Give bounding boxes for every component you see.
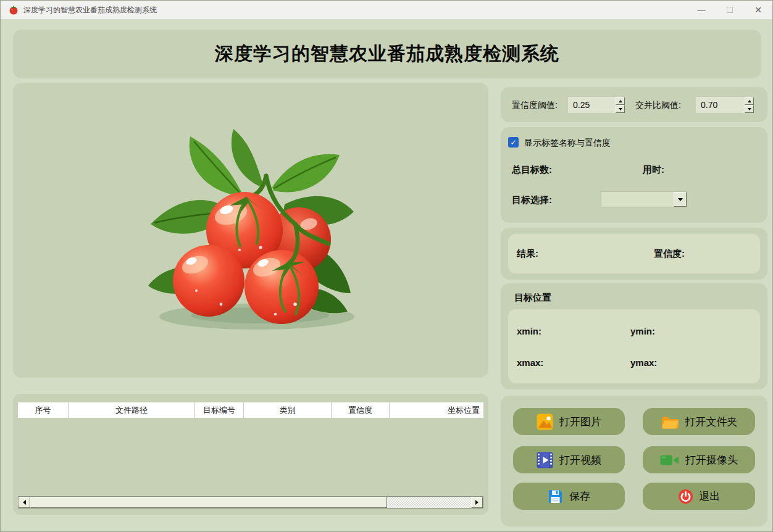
options-panel: ✓ 显示标签名称与置信度 总目标数: 用时: 目标选择: [501, 127, 767, 223]
thresholds-panel: 置信度阈值: 0.25 交并比阈值: 0.70 [501, 87, 767, 122]
window-title: 深度学习的智慧农业番茄成熟度检测系统 [23, 5, 157, 15]
target-select-dropdown[interactable] [601, 191, 687, 207]
target-select-value [601, 192, 674, 207]
target-select-label: 目标选择: [512, 194, 552, 206]
open-image-label: 打开图片 [559, 415, 601, 429]
chevron-down-icon [678, 198, 683, 201]
tomato-app-icon [9, 5, 19, 15]
horizontal-scrollbar[interactable] [18, 496, 483, 509]
confidence-spin-down-button[interactable] [616, 105, 625, 113]
xmin-label: xmin: [517, 326, 541, 336]
time-used-label: 用时: [643, 164, 664, 176]
scroll-left-button[interactable] [19, 497, 30, 508]
confidence-threshold-value[interactable]: 0.25 [568, 100, 616, 110]
save-icon [548, 489, 563, 504]
iou-spin-down-button[interactable] [745, 105, 754, 113]
col-header-target-id[interactable]: 目标编号 [195, 402, 244, 418]
result-panel: 结果: 置信度: [501, 228, 767, 280]
actions-panel: 打开图片 打开文件夹 [501, 396, 767, 526]
ymax-label: ymax: [630, 357, 657, 368]
image-icon [537, 414, 553, 430]
total-targets-label: 总目标数: [512, 164, 552, 176]
result-label: 结果: [517, 248, 538, 260]
scrollbar-track[interactable] [30, 497, 471, 508]
tomato-illustration [140, 119, 362, 341]
close-icon: ✕ [754, 5, 762, 15]
col-header-filepath[interactable]: 文件路径 [69, 402, 195, 418]
iou-threshold-label: 交并比阈值: [635, 100, 681, 111]
spin-down-icon [748, 108, 751, 110]
spin-up-icon [748, 100, 751, 102]
save-label: 保存 [569, 489, 590, 504]
titlebar: 深度学习的智慧农业番茄成熟度检测系统 — ✕ [1, 1, 772, 19]
open-folder-button[interactable]: 打开文件夹 [643, 408, 755, 435]
table-header-row: 序号 文件路径 目标编号 类别 置信度 坐标位置 [18, 402, 483, 418]
app-window: 深度学习的智慧农业番茄成熟度检测系统 — ✕ 深度学习的智慧农业番茄成熟度检测系… [0, 0, 773, 532]
detection-table: 序号 文件路径 目标编号 类别 置信度 坐标位置 [18, 402, 483, 496]
open-video-label: 打开视频 [559, 453, 601, 467]
maximize-icon [727, 7, 733, 13]
open-camera-button[interactable]: 打开摄像头 [643, 446, 755, 473]
show-labels-checkbox[interactable]: ✓ [508, 137, 519, 148]
open-image-button[interactable]: 打开图片 [513, 408, 625, 435]
folder-icon [661, 414, 679, 430]
close-button[interactable]: ✕ [744, 1, 772, 19]
iou-threshold-spinner[interactable]: 0.70 [696, 97, 754, 113]
xmax-label: xmax: [517, 357, 543, 368]
camera-icon [660, 454, 679, 467]
dropdown-button[interactable] [674, 192, 687, 207]
iou-threshold-value[interactable]: 0.70 [696, 100, 745, 110]
confidence-threshold-label: 置信度阈值: [512, 100, 558, 111]
open-folder-label: 打开文件夹 [685, 415, 738, 429]
col-header-category[interactable]: 类别 [244, 402, 332, 418]
result-inner-box: 结果: 置信度: [508, 234, 760, 273]
open-camera-label: 打开摄像头 [685, 453, 738, 467]
target-position-panel: 目标位置 xmin: ymin: xmax: ymax: [501, 283, 767, 389]
power-icon [678, 489, 693, 504]
minimize-button[interactable]: — [687, 1, 716, 19]
col-header-index[interactable]: 序号 [18, 402, 69, 418]
scrollbar-thumb[interactable] [30, 497, 387, 508]
target-position-title: 目标位置 [514, 292, 551, 304]
ymin-label: ymin: [630, 326, 655, 336]
confidence-spin-up-button[interactable] [616, 97, 625, 105]
target-position-inner-box: xmin: ymin: xmax: ymax: [508, 309, 760, 383]
header-panel: 深度学习的智慧农业番茄成熟度检测系统 [13, 30, 761, 78]
result-confidence-label: 置信度: [654, 248, 685, 260]
maximize-button[interactable] [716, 1, 744, 19]
save-button[interactable]: 保存 [513, 483, 625, 510]
image-display-area [13, 83, 488, 378]
show-labels-checkbox-label[interactable]: 显示标签名称与置信度 [524, 138, 611, 149]
col-header-coordinates[interactable]: 坐标位置 [390, 402, 483, 418]
scroll-right-icon [475, 500, 478, 505]
minimize-icon: — [698, 6, 706, 15]
checkmark-icon: ✓ [510, 139, 516, 146]
table-body [18, 418, 483, 496]
iou-spin-up-button[interactable] [745, 97, 754, 105]
scroll-left-icon [23, 500, 26, 505]
main-content: 深度学习的智慧农业番茄成熟度检测系统 [1, 19, 773, 532]
open-video-button[interactable]: 打开视频 [513, 446, 625, 473]
exit-button[interactable]: 退出 [643, 483, 755, 510]
page-title: 深度学习的智慧农业番茄成熟度检测系统 [215, 41, 559, 67]
col-header-confidence[interactable]: 置信度 [332, 402, 390, 418]
detection-table-panel: 序号 文件路径 目标编号 类别 置信度 坐标位置 [13, 394, 488, 515]
exit-label: 退出 [700, 489, 721, 504]
scroll-right-button[interactable] [471, 497, 483, 508]
spin-down-icon [619, 108, 622, 110]
video-icon [537, 452, 553, 468]
spin-up-icon [619, 100, 622, 102]
confidence-threshold-spinner[interactable]: 0.25 [568, 97, 625, 113]
